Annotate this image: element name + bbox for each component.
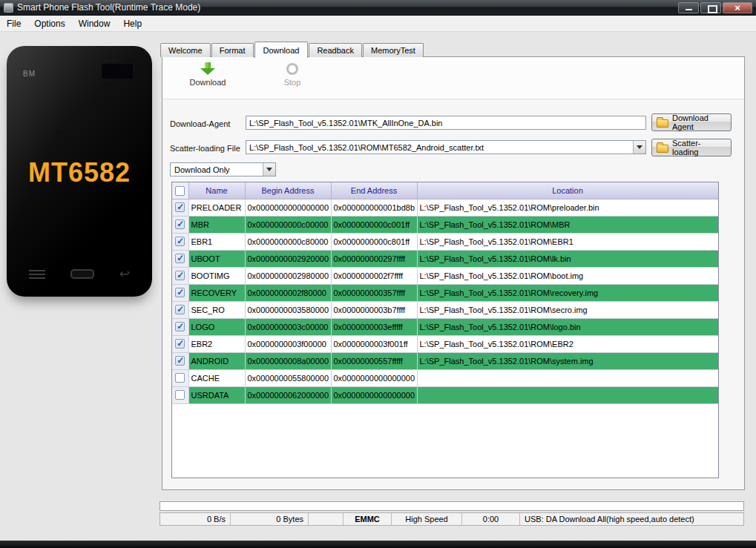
row-checkbox[interactable] [175, 237, 185, 246]
cell-location: L:\SP_Flash_Tool_v5.1352.01\ROM\EBR1 [417, 233, 718, 250]
row-checkbox[interactable] [175, 322, 185, 331]
scatter-loading-button-label: Scatter-loading [672, 139, 726, 156]
scatter-file-input[interactable] [246, 141, 633, 153]
cell-begin-address: 0x0000000003c00000 [245, 318, 331, 335]
download-agent-button-label: Download Agent [672, 113, 726, 131]
menu-bar: File Options Window Help [0, 16, 756, 32]
menu-help[interactable]: Help [116, 16, 148, 31]
chevron-down-icon[interactable] [263, 163, 275, 176]
row-checkbox-cell[interactable] [172, 301, 188, 318]
table-row[interactable]: SEC_RO 0x0000000003580000 0x0000000003b7… [172, 301, 718, 318]
cell-location: L:\SP_Flash_Tool_v5.1352.01\ROM\secro.im… [417, 301, 718, 318]
row-checkbox-cell[interactable] [172, 267, 188, 284]
cell-end-address: 0x0000000000000000 [331, 386, 417, 403]
cell-begin-address: 0x0000000003580000 [245, 301, 331, 318]
row-checkbox[interactable] [175, 271, 185, 280]
table-row[interactable]: BOOTIMG 0x0000000002980000 0x0000000002f… [172, 267, 718, 284]
cell-partition-name: MBR [188, 216, 245, 233]
row-checkbox[interactable] [175, 254, 185, 263]
table-row[interactable]: UBOOT 0x0000000002920000 0x000000000297f… [172, 250, 718, 267]
tab-format[interactable]: Format [211, 43, 254, 57]
maximize-button[interactable] [700, 2, 721, 13]
header-end-address: End Address [331, 182, 417, 199]
cell-location: L:\SP_Flash_Tool_v5.1352.01\ROM\boot.img [417, 267, 718, 284]
cell-location [417, 386, 718, 403]
table-row[interactable]: EBR2 0x0000000003f00000 0x0000000003f001… [172, 335, 718, 352]
row-checkbox-cell[interactable] [172, 318, 188, 335]
row-checkbox[interactable] [175, 219, 185, 229]
scatter-file-combo[interactable] [246, 140, 646, 154]
cell-begin-address: 0x0000000000c00000 [245, 216, 331, 233]
cell-partition-name: EBR1 [188, 233, 245, 250]
cell-partition-name: EBR2 [188, 335, 245, 352]
download-button[interactable]: Download [183, 62, 232, 87]
tab-welcome[interactable]: Welcome [160, 43, 211, 57]
row-checkbox-cell[interactable] [172, 352, 188, 369]
cell-end-address: 0x00000000557fffff [331, 352, 417, 369]
cell-end-address: 0x0000000003f001ff [331, 335, 417, 352]
tab-memorytest[interactable]: MemoryTest [363, 43, 424, 57]
tab-readback[interactable]: Readback [309, 43, 362, 57]
row-checkbox[interactable] [175, 373, 185, 383]
menu-options[interactable]: Options [27, 16, 71, 31]
close-button[interactable] [723, 2, 752, 13]
select-all-checkbox[interactable] [175, 186, 185, 196]
progress-bar [160, 501, 744, 511]
chevron-down-icon[interactable] [633, 141, 645, 153]
download-mode-select[interactable]: Download Only [170, 162, 276, 176]
phone-image: BM MT6582 ↩ [7, 46, 152, 297]
table-row[interactable]: MBR 0x0000000000c00000 0x0000000000c001f… [172, 216, 718, 233]
folder-icon [657, 145, 668, 153]
row-checkbox-cell[interactable] [172, 386, 188, 403]
stop-icon [286, 63, 298, 75]
table-row[interactable]: USRDATA 0x0000000062000000 0x00000000000… [172, 386, 718, 403]
download-button-label: Download [183, 78, 232, 87]
table-row[interactable]: EBR1 0x0000000000c80000 0x0000000000c801… [172, 233, 718, 250]
row-checkbox[interactable] [175, 339, 185, 349]
row-checkbox-cell[interactable] [172, 250, 188, 267]
cell-begin-address: 0x0000000002920000 [245, 250, 331, 267]
table-row[interactable]: ANDROID 0x0000000008a00000 0x00000000557… [172, 352, 718, 369]
phone-model-label: MT6582 [7, 157, 152, 188]
back-key-icon: ↩ [119, 269, 130, 279]
row-checkbox[interactable] [175, 356, 185, 366]
cell-location [417, 369, 718, 386]
cell-end-address: 0x0000000003b7ffff [331, 301, 417, 318]
minimize-button[interactable] [678, 2, 699, 13]
table-row[interactable]: CACHE 0x0000000055800000 0x0000000000000… [172, 369, 718, 386]
table-row[interactable]: PRELOADER 0x0000000000000000 0x000000000… [172, 199, 718, 216]
row-checkbox[interactable] [175, 202, 185, 212]
download-agent-input[interactable] [246, 116, 646, 130]
tab-strip: Welcome Format Download Readback MemoryT… [160, 41, 424, 57]
row-checkbox-cell[interactable] [172, 335, 188, 352]
home-key-icon [70, 269, 94, 279]
row-checkbox-cell[interactable] [172, 369, 188, 386]
tab-download[interactable]: Download [254, 42, 309, 58]
stop-button[interactable]: Stop [268, 62, 317, 87]
row-checkbox[interactable] [175, 288, 185, 297]
scatter-loading-button[interactable]: Scatter-loading [651, 139, 732, 156]
row-checkbox[interactable] [175, 305, 185, 314]
menu-window[interactable]: Window [72, 16, 117, 31]
cell-end-address: 0x0000000003efffff [331, 318, 417, 335]
row-checkbox-cell[interactable] [172, 233, 188, 250]
cell-end-address: 0x0000000000c801ff [331, 233, 417, 250]
row-checkbox-cell[interactable] [172, 199, 188, 216]
cell-location: L:\SP_Flash_Tool_v5.1352.01\ROM\logo.bin [417, 318, 718, 335]
cell-begin-address: 0x0000000002980000 [245, 267, 331, 284]
table-row[interactable]: RECOVERY 0x0000000002f80000 0x0000000003… [172, 284, 718, 301]
cell-location: L:\SP_Flash_Tool_v5.1352.01\ROM\EBR2 [417, 335, 718, 352]
menu-key-icon [29, 270, 45, 279]
row-checkbox-cell[interactable] [172, 284, 188, 301]
cell-partition-name: PRELOADER [188, 199, 245, 216]
table-row[interactable]: LOGO 0x0000000003c00000 0x0000000003efff… [172, 318, 718, 335]
cell-location: L:\SP_Flash_Tool_v5.1352.01\ROM\preloade… [417, 199, 718, 216]
row-checkbox[interactable] [175, 390, 185, 400]
cell-partition-name: LOGO [188, 318, 245, 335]
cell-partition-name: CACHE [188, 369, 245, 386]
partition-table-body: PRELOADER 0x0000000000000000 0x000000000… [172, 199, 718, 403]
menu-file[interactable]: File [0, 16, 27, 31]
cell-location: L:\SP_Flash_Tool_v5.1352.01\ROM\system.i… [417, 352, 718, 369]
row-checkbox-cell[interactable] [172, 216, 188, 233]
download-agent-button[interactable]: Download Agent [651, 113, 732, 131]
